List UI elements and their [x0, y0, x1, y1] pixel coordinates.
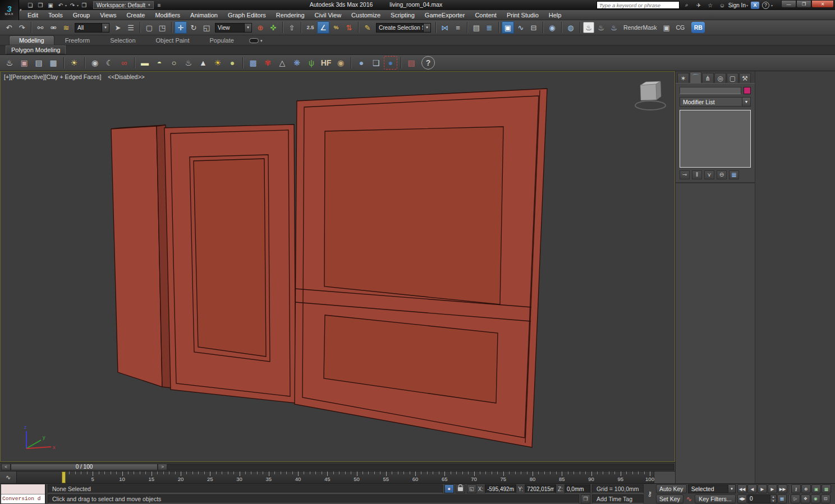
menu-gameexporter[interactable]: GameExporter	[420, 11, 470, 20]
fur-sample-icon[interactable]: ◉	[334, 56, 347, 70]
ribbon-minimize-toggle[interactable]: ▾	[249, 38, 263, 43]
menu-print-studio[interactable]: Print Studio	[502, 11, 544, 20]
minimize-button[interactable]: —	[781, 0, 796, 8]
render-production-icon[interactable]: ♨	[583, 22, 594, 33]
menu-animation[interactable]: Animation	[185, 11, 223, 20]
named-selection-sets-dropdown[interactable]: Create Selection Se▾	[376, 23, 431, 33]
redo-icon[interactable]: ↷	[16, 21, 28, 34]
percent-snap-toggle-icon[interactable]: %	[330, 21, 342, 34]
hair-fur-icon[interactable]: HF	[319, 56, 333, 70]
application-menu-button[interactable]: 3 MAX	[0, 0, 19, 20]
chevron-down-icon[interactable]: ▾	[771, 3, 773, 7]
door-left-front-face[interactable]	[111, 126, 162, 387]
menu-tools[interactable]: Tools	[43, 11, 68, 20]
menu-edit[interactable]: Edit	[22, 11, 43, 20]
door-right-upper-panel[interactable]	[324, 127, 503, 304]
stereo-glasses-icon[interactable]: ∞	[117, 56, 131, 70]
viewcube-front-face[interactable]	[640, 84, 657, 100]
current-frame-marker[interactable]	[62, 471, 66, 483]
dome-primitive-icon[interactable]: ◓	[153, 56, 166, 70]
snowflake-icon[interactable]: ❋	[290, 56, 304, 70]
y-coordinate-input[interactable]	[525, 484, 556, 493]
viewport-label[interactable]: [+][Perspective][Clay + Edged Faces] <<D…	[4, 73, 145, 80]
help-icon[interactable]: ?	[762, 2, 769, 9]
auto-key-button[interactable]: Auto Key	[656, 484, 687, 493]
chevron-down-icon[interactable]: ▼	[742, 97, 751, 107]
pin-stack-button[interactable]: ⊸	[680, 170, 690, 179]
select-and-rotate-icon[interactable]: ↻	[187, 21, 200, 34]
key-mode-toggle[interactable]: ⚷	[791, 484, 801, 493]
zoom-icon[interactable]: ⊕	[801, 484, 811, 493]
render-setup-dialog-icon[interactable]: ▤	[32, 56, 45, 70]
sunlight-icon[interactable]: ☀	[211, 56, 224, 70]
favorites-star-icon[interactable]: ☆	[706, 1, 715, 9]
ribbon-tab-freeform[interactable]: Freeform	[56, 36, 100, 45]
command-tab-display[interactable]: ▢	[727, 73, 738, 83]
modifier-list-dropdown[interactable]: Modifier List	[680, 97, 742, 107]
camera-icon[interactable]: ◉	[88, 56, 102, 70]
environment-moon-icon[interactable]: ☾	[103, 56, 116, 70]
zoom-extents-selected-icon[interactable]: ▣	[811, 484, 821, 493]
undo-caret-icon[interactable]: ▾	[65, 3, 67, 7]
plane-primitive-icon[interactable]: ▬	[138, 56, 152, 70]
search-input[interactable]	[597, 1, 680, 9]
modifier-stack[interactable]	[680, 110, 751, 168]
open-file-button[interactable]: ❐	[36, 1, 45, 9]
search-icon[interactable]: ⌕	[682, 1, 691, 9]
isolate-selection-toggle[interactable]: ●	[444, 484, 454, 493]
rendered-frame-window-icon[interactable]: ▣	[17, 56, 31, 70]
track-bar-ruler[interactable]: 0510152025303540455055606570758085909510…	[17, 471, 675, 483]
rendered-frame-window-icon[interactable]: ▣	[660, 21, 673, 34]
spinner-down-icon[interactable]: ▼	[770, 499, 776, 503]
open-mini-curve-editor-button[interactable]: ∿	[0, 471, 17, 483]
schematic-view-icon[interactable]: ⊟	[527, 21, 540, 34]
particle-array-icon[interactable]: ▩	[246, 56, 260, 70]
redo-button[interactable]: ↷	[68, 1, 77, 9]
go-to-end-button[interactable]: ▶▶	[778, 484, 787, 493]
time-slider-prev-button[interactable]: <	[1, 464, 11, 470]
cone-primitive-icon[interactable]: ▲	[196, 56, 210, 70]
help-icon[interactable]: ?	[421, 56, 435, 70]
time-slider-track[interactable]	[167, 464, 674, 470]
layer-explorer-icon[interactable]: ▤	[470, 21, 483, 34]
menu-views[interactable]: Views	[95, 11, 121, 20]
remove-modifier-button[interactable]: ⊖	[717, 170, 727, 179]
ribbon-tab-populate[interactable]: Populate	[200, 36, 243, 45]
new-scene-button[interactable]: ❏	[26, 1, 35, 9]
reference-coordinate-system-dropdown[interactable]: View▾	[215, 23, 252, 33]
pan-view-button[interactable]: ✥	[801, 494, 810, 503]
cabinet-doors-object[interactable]	[111, 89, 547, 447]
sign-in-button[interactable]: ☺ Sign In ▾	[718, 1, 748, 9]
ribbon-tab-selection[interactable]: Selection	[100, 36, 145, 45]
set-key-button[interactable]: Set Key	[656, 494, 683, 503]
show-end-result-button[interactable]: ‖	[692, 170, 702, 179]
communication-center-icon[interactable]: ✈	[694, 1, 703, 9]
perspective-viewport[interactable]: [+][Perspective][Clay + Edged Faces] <<D…	[0, 71, 675, 462]
project-folder-button[interactable]: ❒	[80, 1, 89, 9]
viewport-label-text[interactable]: [+][Perspective][Clay + Edged Faces]	[4, 73, 101, 80]
field-of-view-button[interactable]: ▷	[791, 494, 800, 503]
listener-macro-pane[interactable]	[1, 484, 45, 494]
menu-civil-view[interactable]: Civil View	[310, 11, 346, 20]
menu-graph-editors[interactable]: Graph Editors	[223, 11, 271, 20]
select-and-uniform-scale-icon[interactable]: ◱	[200, 21, 213, 34]
molecule-icon[interactable]: ✾	[261, 56, 274, 70]
teapot-primitive-icon[interactable]: ♨	[182, 56, 195, 70]
select-and-link-icon[interactable]: ⚯	[34, 21, 47, 34]
viewport-canvas[interactable]: z y x	[1, 72, 675, 461]
edit-named-selection-sets-icon[interactable]: ✎	[361, 21, 374, 34]
snaps-toggle-icon[interactable]: 2.5	[304, 21, 316, 34]
set-key-curve-icon[interactable]: ∿	[685, 494, 694, 503]
previous-frame-button[interactable]: ◀	[747, 484, 757, 493]
menu-create[interactable]: Create	[121, 11, 150, 20]
spinner-snap-toggle-icon[interactable]: ⇅	[343, 21, 355, 34]
unlink-selection-icon[interactable]: ⚮	[47, 21, 59, 34]
align-icon[interactable]: ≡	[452, 21, 464, 34]
frame-spinner[interactable]: ▲▼	[770, 495, 776, 503]
rb-button[interactable]: RB	[691, 22, 705, 33]
render-iterative-icon[interactable]: ♨	[595, 21, 607, 34]
door-middle-recessed-panel[interactable]	[194, 159, 266, 357]
workspace-dropdown[interactable]: Workspace: Default ▾	[93, 1, 154, 9]
spinner-up-icon[interactable]: ▲	[770, 495, 776, 499]
selection-lock-toggle[interactable]	[456, 484, 465, 493]
